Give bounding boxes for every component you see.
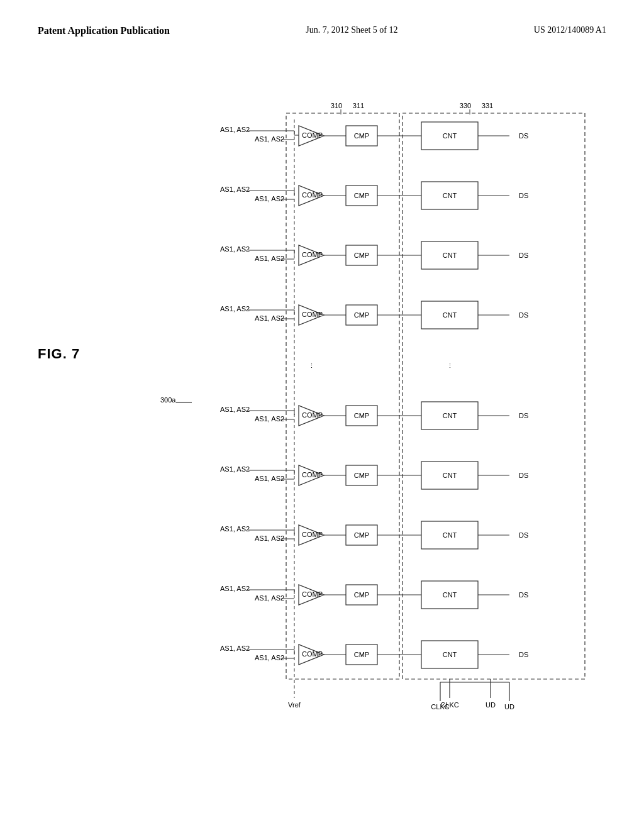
svg-rect-2 [402, 113, 585, 679]
as-label-r5-1: AS1, AS2 [220, 465, 250, 473]
clkc-label-bottom: CLKC [440, 701, 458, 709]
ud-label: UD [504, 703, 514, 711]
ds-label-r3: DS [519, 311, 528, 319]
page-header: Patent Application Publication Jun. 7, 2… [0, 0, 644, 49]
cnt-label-r3: CNT [443, 311, 457, 319]
comp-label-r6: COMP [302, 531, 323, 538]
cnt-label-r1: CNT [443, 192, 457, 199]
dots-cnt: ⋮ [447, 362, 453, 369]
cmp-label-r4: CMP [354, 412, 369, 419]
as-label-r2-1: AS1, AS2 [220, 245, 250, 253]
as-label-r7-2: AS1, AS2 [255, 594, 284, 602]
label-331: 331 [482, 102, 493, 109]
cmp-label-r5: CMP [354, 472, 369, 479]
comp-label-r8: COMP [302, 650, 323, 658]
comp-label-r5: COMP [302, 471, 323, 479]
as-label-r3-2: AS1, AS2 [255, 314, 284, 322]
as-label-r5-2: AS1, AS2 [255, 475, 284, 482]
as-label-r6-1: AS1, AS2 [220, 525, 250, 533]
comp-label-r1: COMP [302, 191, 323, 199]
comp-label-r2: COMP [302, 251, 323, 258]
comp-label-r4: COMP [302, 411, 323, 419]
ds-label-r0: DS [519, 132, 528, 140]
cmp-label-r7: CMP [354, 591, 369, 599]
ds-label-r4: DS [519, 412, 528, 419]
publication-title: Patent Application Publication [38, 25, 170, 36]
as-label-r1-2: AS1, AS2 [255, 195, 284, 202]
comp-label-r3: COMP [302, 311, 323, 318]
label-310: 310 [331, 102, 342, 109]
cmp-label-r1: CMP [354, 192, 369, 199]
cnt-label-r7: CNT [443, 591, 457, 599]
cmp-label-r8: CMP [354, 651, 369, 658]
cmp-label-r3: CMP [354, 311, 369, 319]
comp-label-r0: COMP [302, 131, 323, 139]
ds-label-r6: DS [519, 531, 528, 539]
publication-date: Jun. 7, 2012 Sheet 5 of 12 [306, 25, 397, 36]
label-311: 311 [353, 102, 364, 109]
cmp-label-r0: CMP [354, 132, 369, 140]
as-label-r8-2: AS1, AS2 [255, 654, 284, 661]
cnt-label-r0: CNT [443, 132, 457, 140]
ds-label-r2: DS [519, 252, 528, 259]
ud-label-bottom: UD [486, 701, 496, 709]
as-label-r8-1: AS1, AS2 [220, 645, 250, 652]
cmp-label-r2: CMP [354, 252, 369, 259]
cnt-label-r5: CNT [443, 472, 457, 479]
publication-number: US 2012/140089 A1 [534, 25, 606, 36]
as-label-r4-1: AS1, AS2 [220, 406, 250, 413]
block-300a-label: 300a [160, 396, 176, 404]
cnt-label-r2: CNT [443, 252, 457, 259]
cnt-label-r4: CNT [443, 412, 457, 419]
as-label-r0-2: AS1, AS2 [255, 135, 284, 143]
cnt-label-r8: CNT [443, 651, 457, 658]
cmp-label-r6: CMP [354, 531, 369, 539]
dots-comp: ⋮ [308, 362, 315, 369]
ds-label-r5: DS [519, 472, 528, 479]
vref-label: Vref [288, 701, 301, 709]
ds-label-r8: DS [519, 651, 528, 658]
circuit-diagram: text { font-family: Arial, sans-serif; f… [157, 88, 610, 792]
as-label-r1-1: AS1, AS2 [220, 185, 250, 193]
ds-label-r7: DS [519, 591, 528, 599]
as-label-r0-1: AS1, AS2 [220, 126, 250, 133]
label-330: 330 [460, 102, 471, 109]
figure-label: FIG. 7 [38, 346, 80, 362]
as-label-r7-1: AS1, AS2 [220, 585, 250, 592]
as-label-r4-2: AS1, AS2 [255, 415, 284, 423]
as-label-r6-2: AS1, AS2 [255, 534, 284, 542]
ds-label-r1: DS [519, 192, 528, 199]
as-label-r2-2: AS1, AS2 [255, 255, 284, 262]
comp-label-r7: COMP [302, 590, 323, 598]
as-label-r3-1: AS1, AS2 [220, 305, 250, 313]
cnt-label-r6: CNT [443, 531, 457, 539]
